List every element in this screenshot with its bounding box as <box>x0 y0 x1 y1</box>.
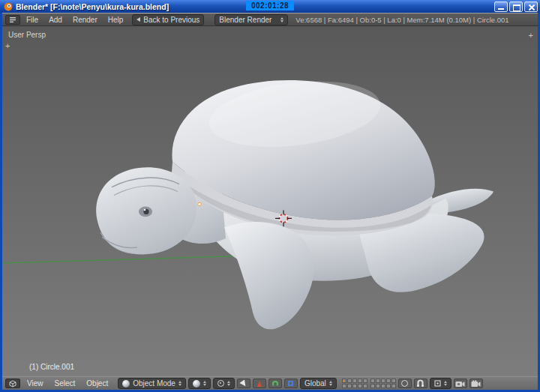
layer-cell[interactable] <box>392 384 396 388</box>
snap-toggle-button[interactable] <box>414 379 428 388</box>
layer-cell[interactable] <box>342 379 346 383</box>
dropdown-updown-icon <box>227 381 230 386</box>
render-animation-icon <box>471 380 481 388</box>
layer-cell[interactable] <box>347 384 352 388</box>
viewport-3d[interactable]: User Persp + + (1) Circle.001 <box>2 26 538 376</box>
window-title: Blender* [F:\note\Penyu\kura-kura.blend] <box>16 2 169 11</box>
layer-cell[interactable] <box>376 379 380 383</box>
active-object-label: (1) Circle.001 <box>29 363 74 371</box>
editor-type-selector-info[interactable] <box>5 15 20 25</box>
dropdown-updown-icon <box>329 381 332 386</box>
menu-help[interactable]: Help <box>104 15 128 25</box>
turtle-model[interactable] <box>96 73 494 329</box>
titlebar[interactable]: Blender* [F:\note\Penyu\kura-kura.blend]… <box>0 0 540 13</box>
minimize-button[interactable] <box>494 1 508 12</box>
layer-cell[interactable] <box>358 384 362 388</box>
menu-select[interactable]: Select <box>50 379 80 388</box>
snap-magnet-icon <box>416 379 424 388</box>
view-mode-label: User Persp <box>8 31 46 39</box>
layer-cell[interactable] <box>386 379 391 383</box>
layer-cell[interactable] <box>370 384 375 388</box>
back-to-previous-button[interactable]: Back to Previous <box>132 14 204 25</box>
turtle-eye <box>139 206 152 217</box>
menu-object[interactable]: Object <box>82 379 112 388</box>
translate-manipulator-icon <box>257 381 262 387</box>
layer-grid <box>370 379 396 388</box>
scale-manipulator-icon <box>288 381 293 386</box>
object-mode-sphere-icon <box>122 380 130 388</box>
window-controls <box>494 1 538 12</box>
mode-value: Object Mode <box>133 379 176 388</box>
layer-cell[interactable] <box>381 379 386 383</box>
menu-file[interactable]: File <box>22 15 43 25</box>
editor-type-3dview-icon <box>9 380 16 388</box>
viewport-shading-dropdown[interactable] <box>188 378 211 389</box>
layer-cell[interactable] <box>370 379 375 383</box>
menu-add[interactable]: Add <box>44 15 67 25</box>
render-engine-value: Blender Render <box>219 16 272 24</box>
render-still-camera-icon <box>455 380 465 388</box>
titlebar-left: Blender* [F:\note\Penyu\kura-kura.blend] <box>2 2 169 11</box>
properties-expand-icon[interactable]: + <box>529 31 533 40</box>
manipulator-toggle-button[interactable] <box>237 379 250 388</box>
layer-cell[interactable] <box>386 384 391 388</box>
orientation-value: Global <box>304 379 326 388</box>
translate-manipulator-button[interactable] <box>253 379 266 388</box>
dropdown-updown-icon <box>444 381 447 386</box>
window-frame: File Add Render Help Back to Previous Bl… <box>0 13 540 392</box>
manipulator-pointer-icon <box>239 379 248 388</box>
layer-grid <box>342 379 368 388</box>
maximize-button[interactable] <box>509 1 523 12</box>
dropdown-updown-icon <box>280 17 284 22</box>
layer-cell[interactable] <box>352 384 357 388</box>
scene-statistics: Ve:6568 | Fa:6494 | Ob:0-5 | La:0 | Mem:… <box>296 16 508 24</box>
viewport-shading-icon <box>193 380 200 388</box>
recording-timer-badge: 002:01:28 <box>246 1 294 10</box>
pivot-point-icon <box>218 380 224 387</box>
proportional-edit-icon <box>401 380 408 387</box>
layer-cell[interactable] <box>363 384 368 388</box>
layer-cell[interactable] <box>352 379 357 383</box>
rotate-manipulator-button[interactable] <box>268 379 282 388</box>
toolshelf-expand-icon[interactable]: + <box>5 42 10 50</box>
snap-element-icon <box>434 380 441 387</box>
layer-cell[interactable] <box>381 384 386 388</box>
info-editor-icon <box>9 16 16 23</box>
layer-cell[interactable] <box>342 384 346 388</box>
layers-widget <box>342 379 396 388</box>
blender-window: Blender* [F:\note\Penyu\kura-kura.blend]… <box>0 0 540 392</box>
view3d-header: View Select Object Object Mode Globa <box>2 376 538 390</box>
mode-dropdown[interactable]: Object Mode <box>118 378 186 389</box>
layer-cell[interactable] <box>358 379 362 383</box>
layer-cell[interactable] <box>347 379 352 383</box>
3d-scene[interactable] <box>2 26 538 376</box>
dropdown-updown-icon <box>203 381 206 386</box>
snap-element-dropdown[interactable] <box>430 378 452 389</box>
layer-cell[interactable] <box>363 379 368 383</box>
rotate-manipulator-icon <box>272 381 278 387</box>
render-still-button[interactable] <box>454 379 467 388</box>
object-origin-dot <box>198 202 201 205</box>
dropdown-updown-icon <box>178 381 182 386</box>
menu-view[interactable]: View <box>22 379 48 388</box>
proportional-edit-button[interactable] <box>398 379 412 388</box>
layer-cell[interactable] <box>376 384 380 388</box>
render-animation-button[interactable] <box>470 379 483 388</box>
transform-orientation-dropdown[interactable]: Global <box>300 378 337 389</box>
render-engine-dropdown[interactable]: Blender Render <box>214 14 288 25</box>
editor-type-selector-3dview[interactable] <box>5 379 20 388</box>
back-arrow-icon <box>136 17 140 22</box>
layer-cell[interactable] <box>392 379 396 383</box>
back-to-previous-label: Back to Previous <box>143 16 200 24</box>
menu-render[interactable]: Render <box>68 15 102 25</box>
scale-manipulator-button[interactable] <box>284 379 298 388</box>
blender-logo-icon <box>4 2 13 11</box>
pivot-point-dropdown[interactable] <box>213 378 235 389</box>
close-button[interactable] <box>524 1 538 12</box>
info-header: File Add Render Help Back to Previous Bl… <box>2 13 538 26</box>
